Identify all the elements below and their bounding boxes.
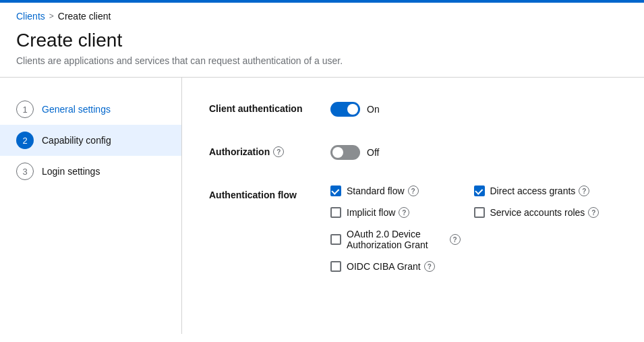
sidebar-label-login: Login settings — [42, 166, 100, 177]
sidebar-item-login-settings[interactable]: 3 Login settings — [0, 156, 181, 187]
checkbox-oidc-label: OIDC CIBA Grant ? — [347, 261, 435, 272]
auth-flow-oidc-cell: OIDC CIBA Grant ? — [330, 261, 474, 283]
checkbox-oidc[interactable] — [330, 261, 341, 272]
checkbox-oidc-wrap: OIDC CIBA Grant ? — [330, 261, 461, 272]
auth-flow-label-col: Authentication flow — [209, 186, 330, 200]
checkbox-direct-wrap: Direct access grants ? — [474, 186, 604, 196]
auth-flow-direct-cell: Direct access grants ? — [474, 186, 618, 207]
client-auth-control: On — [330, 99, 617, 117]
sidebar-label-capability: Capability config — [42, 135, 111, 146]
checkbox-direct-label: Direct access grants ? — [490, 186, 590, 196]
auth-flow-empty-cell-1 — [474, 229, 618, 261]
main-layout: 1 General settings 2 Capability config 3… — [0, 78, 644, 334]
checkbox-service[interactable] — [474, 207, 485, 218]
page-title: Create client — [16, 30, 628, 51]
client-auth-row: Client authentication On — [209, 99, 617, 123]
oidc-ciba-help-icon[interactable]: ? — [424, 261, 435, 272]
sidebar-label-general: General settings — [42, 104, 111, 115]
client-auth-toggle-wrap: On — [330, 99, 380, 117]
authorization-label: Authorization — [209, 146, 270, 157]
authorization-help-icon[interactable]: ? — [273, 146, 284, 157]
checkbox-service-wrap: Service accounts roles ? — [474, 207, 604, 218]
sidebar-item-capability-config[interactable]: 2 Capability config — [0, 125, 181, 156]
authorization-toggle-label: Off — [367, 147, 379, 158]
checkbox-implicit-label: Implicit flow ? — [347, 207, 409, 218]
content-area: Client authentication On Authorization — [182, 78, 644, 334]
checkbox-service-label: Service accounts roles ? — [490, 207, 599, 218]
client-auth-label: Client authentication — [209, 103, 302, 114]
checkbox-standard[interactable] — [330, 186, 341, 196]
breadcrumb-separator: > — [49, 11, 54, 21]
breadcrumb: Clients > Create client — [0, 3, 644, 30]
step-2-circle: 2 — [16, 132, 34, 149]
authorization-control: Off — [330, 142, 617, 160]
auth-flow-label: Authentication flow — [209, 190, 297, 200]
sidebar-item-general-settings[interactable]: 1 General settings — [0, 94, 181, 125]
checkbox-standard-label: Standard flow ? — [347, 186, 419, 196]
auth-flow-oauth-cell: OAuth 2.0 Device Authorization Grant ? — [330, 229, 474, 261]
auth-flow-implicit-cell: Implicit flow ? — [330, 207, 474, 229]
checkbox-implicit-wrap: Implicit flow ? — [330, 207, 461, 218]
auth-flow-row: Authentication flow Standard flow ? — [209, 186, 617, 283]
authorization-label-col: Authorization ? — [209, 142, 330, 157]
auth-flow-service-cell: Service accounts roles ? — [474, 207, 618, 229]
client-auth-toggle-thumb — [347, 104, 358, 115]
auth-flow-standard-cell: Standard flow ? — [330, 186, 474, 207]
sidebar: 1 General settings 2 Capability config 3… — [0, 78, 182, 334]
page-subtitle: Clients are applications and services th… — [16, 55, 628, 66]
authorization-toggle-wrap: Off — [330, 142, 379, 160]
checkbox-direct[interactable] — [474, 186, 485, 196]
checkbox-oauth[interactable] — [330, 234, 341, 245]
client-auth-label-col: Client authentication — [209, 99, 330, 114]
authorization-toggle-track — [330, 145, 360, 160]
client-auth-toggle-track — [330, 102, 360, 117]
checkbox-oauth-wrap: OAuth 2.0 Device Authorization Grant ? — [330, 229, 461, 250]
auth-flow-control: Standard flow ? Direct access grants ? — [330, 186, 617, 283]
direct-access-help-icon[interactable]: ? — [579, 186, 589, 196]
breadcrumb-clients-link[interactable]: Clients — [16, 11, 45, 22]
step-3-circle: 3 — [16, 163, 34, 180]
authorization-toggle[interactable] — [330, 145, 360, 160]
checkbox-standard-wrap: Standard flow ? — [330, 186, 461, 196]
authorization-toggle-thumb — [332, 147, 343, 158]
auth-flow-grid: Standard flow ? Direct access grants ? — [330, 186, 617, 283]
authorization-row: Authorization ? Off — [209, 142, 617, 167]
client-auth-toggle-label: On — [367, 104, 380, 115]
checkbox-implicit[interactable] — [330, 207, 341, 218]
implicit-flow-help-icon[interactable]: ? — [399, 207, 409, 218]
step-1-circle: 1 — [16, 101, 34, 118]
standard-flow-help-icon[interactable]: ? — [408, 186, 419, 196]
page-header: Create client Clients are applications a… — [0, 30, 644, 78]
checkbox-oauth-label: OAuth 2.0 Device Authorization Grant ? — [347, 229, 461, 250]
client-auth-toggle[interactable] — [330, 102, 360, 117]
oauth-device-help-icon[interactable]: ? — [450, 234, 461, 245]
breadcrumb-current: Create client — [58, 11, 111, 22]
service-accounts-help-icon[interactable]: ? — [588, 207, 599, 218]
authorization-label-row: Authorization ? — [209, 146, 284, 157]
